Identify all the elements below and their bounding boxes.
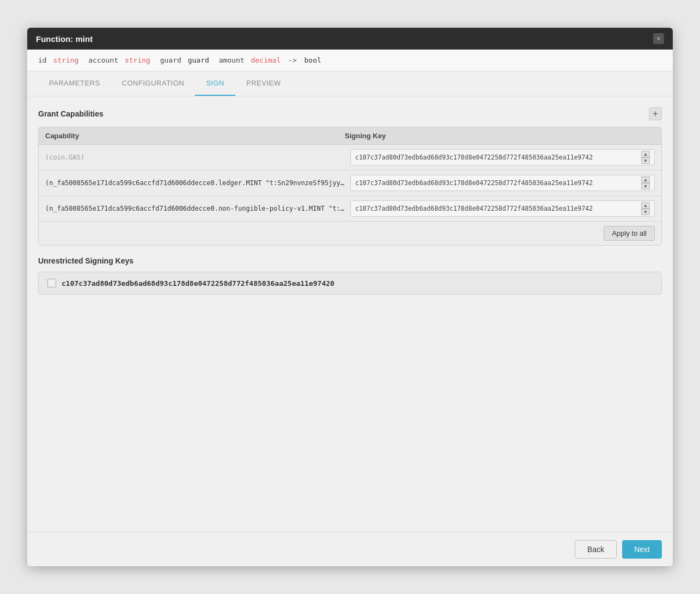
signing-key-input-0[interactable]: c107c37ad80d73edb6ad68d93c178d8e0472258d… [350,149,655,166]
unrestricted-box: c107c37ad80d73edb6ad68d93c178d8e0472258d… [38,272,662,295]
apply-all-button[interactable]: Apply to all [604,226,655,241]
col-header-capability: Capability [45,132,345,140]
spinner-1: ▲ ▼ [641,176,650,189]
amount-label: amount [219,56,245,64]
signing-key-input-2[interactable]: c107c37ad80d73edb6ad68d93c178d8e0472258d… [350,200,655,217]
signing-key-cell-1: c107c37ad80d73edb6ad68d93c178d8e0472258d… [350,175,655,191]
id-label: id [38,56,47,64]
spinner-2: ▲ ▼ [641,202,650,215]
amount-type: decimal [251,56,281,64]
spinner-down-0[interactable]: ▼ [641,157,650,164]
unrestricted-key-checkbox[interactable] [47,279,56,287]
account-label: account [88,56,118,64]
return-type: bool [305,56,321,64]
tab-parameters[interactable]: PARAMETERS [38,71,111,96]
guard-label: guard [160,56,181,64]
tab-bar: PARAMETERS CONFIGURATION SIGN PREVIEW [27,71,673,96]
capability-cell-2: (n_fa5008565e171dca599c6accfd71d6006ddec… [45,205,345,212]
grant-capabilities-section: Grant Capabilities + [38,107,662,120]
guard-type: guard [188,56,209,64]
modal-title: Function: mint [36,34,93,44]
modal-footer: Back Next [27,532,673,566]
unrestricted-section: Unrestricted Signing Keys c107c37ad80d73… [38,256,662,295]
next-button[interactable]: Next [622,540,662,559]
table-row: (n_fa5008565e171dca599c6accfd71d6006ddec… [39,196,661,222]
spinner-down-2[interactable]: ▼ [641,209,650,215]
tab-configuration[interactable]: CONFIGURATION [111,71,196,96]
grant-capabilities-title: Grant Capabilities [38,109,104,118]
spinner-down-1[interactable]: ▼ [641,183,650,189]
arrow: -> [288,56,297,64]
back-button[interactable]: Back [575,540,617,559]
table-row: (coin.GAS) c107c37ad80d73edb6ad68d93c178… [39,145,661,170]
spinner-0: ▲ ▼ [641,151,650,164]
signature-bar: id string account string guard guard amo… [27,50,673,71]
col-header-signing-key: Signing Key [345,132,655,140]
account-type: string [125,56,150,64]
capabilities-table: Capability Signing Key (coin.GAS) c107c3… [38,127,662,246]
modal-header: Function: mint × [27,28,673,50]
tab-preview[interactable]: PREVIEW [235,71,291,96]
tab-sign[interactable]: SIGN [195,71,235,96]
signing-key-input-1[interactable]: c107c37ad80d73edb6ad68d93c178d8e0472258d… [350,175,655,191]
signing-key-value-1: c107c37ad80d73edb6ad68d93c178d8e0472258d… [355,179,593,187]
add-capability-button[interactable]: + [649,107,662,120]
table-row: (n_fa5008565e171dca599c6accfd71d6006ddec… [39,170,661,196]
unrestricted-title: Unrestricted Signing Keys [38,256,662,265]
id-type: string [53,56,78,64]
unrestricted-key-value: c107c37ad80d73edb6ad68d93c178d8e0472258d… [62,279,334,287]
close-button[interactable]: × [653,33,664,44]
spinner-up-2[interactable]: ▲ [641,202,650,209]
spinner-up-0[interactable]: ▲ [641,151,650,157]
apply-all-row: Apply to all [39,222,661,245]
modal-body: Grant Capabilities + Capability Signing … [27,96,673,532]
signing-key-value-0: c107c37ad80d73edb6ad68d93c178d8e0472258d… [355,154,593,161]
signing-key-value-2: c107c37ad80d73edb6ad68d93c178d8e0472258d… [355,205,593,212]
signing-key-cell-2: c107c37ad80d73edb6ad68d93c178d8e0472258d… [350,200,655,217]
spinner-up-1[interactable]: ▲ [641,176,650,183]
modal-container: Function: mint × id string account strin… [27,28,673,566]
capability-cell-1: (n_fa5008565e171dca599c6accfd71d6006ddec… [45,179,345,187]
signing-key-cell-0: c107c37ad80d73edb6ad68d93c178d8e0472258d… [350,149,655,166]
capability-cell-0: (coin.GAS) [45,154,345,161]
table-header: Capability Signing Key [39,127,661,145]
